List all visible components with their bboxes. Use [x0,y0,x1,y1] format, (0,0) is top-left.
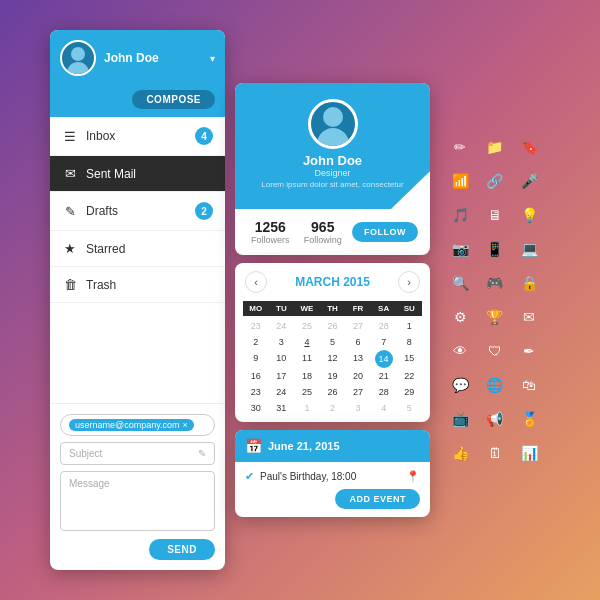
cal-date[interactable]: 20 [345,368,371,384]
game-icon[interactable]: 🎮 [483,271,507,295]
cal-date[interactable]: 1 [294,400,320,416]
message-field[interactable]: Message [60,471,215,531]
monitor-icon[interactable]: 🖥 [483,203,507,227]
cal-date[interactable]: 5 [320,334,346,350]
lock-icon[interactable]: 🔒 [517,271,541,295]
cal-date[interactable]: 2 [320,400,346,416]
follow-button[interactable]: FOLLOW [352,222,418,242]
cal-date[interactable]: 18 [294,368,320,384]
pencil-icon[interactable]: ✏ [448,135,472,159]
cal-date[interactable]: 10 [269,350,295,368]
middle-panel: John Doe Designer Lorem ipsum dolor sit … [235,83,430,517]
following-count: 965 [300,219,347,235]
cal-date[interactable]: 26 [320,384,346,400]
cal-date[interactable]: 2 [243,334,269,350]
cal-date[interactable]: 22 [396,368,422,384]
calendar-day-names: MO TU WE TH FR SA SU [243,301,422,316]
eye-icon[interactable]: 👁 [448,339,472,363]
location-icon: 📍 [406,470,420,483]
add-event-button[interactable]: ADD EVENT [335,489,420,509]
cal-date[interactable]: 29 [396,384,422,400]
avatar [60,40,96,76]
calendar-prev-button[interactable]: ‹ [245,271,267,293]
globe-icon[interactable]: 🌐 [483,373,507,397]
drafts-icon: ✎ [62,204,78,219]
cal-date[interactable]: 28 [371,318,397,334]
calendar-next-button[interactable]: › [398,271,420,293]
cal-date[interactable]: 30 [243,400,269,416]
subject-field[interactable]: Subject ✎ [60,442,215,465]
sidebar-item-trash[interactable]: 🗑 Trash [50,267,225,303]
calendar-card: ‹ MARCH 2015 › MO TU WE TH FR SA SU 23 2… [235,263,430,422]
remove-tag-icon[interactable]: × [183,420,188,430]
music-icon[interactable]: 🎵 [448,203,472,227]
followers-label: Followers [247,235,294,245]
to-field[interactable]: username@company.com × [60,414,215,436]
cal-date[interactable]: 13 [345,350,371,368]
sidebar-item-drafts[interactable]: ✎ Drafts 2 [50,192,225,231]
cal-date[interactable]: 23 [243,384,269,400]
megaphone-icon[interactable]: 📢 [483,407,507,431]
cal-date[interactable]: 17 [269,368,295,384]
cal-date[interactable]: 27 [345,384,371,400]
cal-date[interactable]: 6 [345,334,371,350]
cal-date[interactable]: 21 [371,368,397,384]
gear-icon[interactable]: ⚙ [448,305,472,329]
cal-date[interactable]: 24 [269,318,295,334]
calendar-title: MARCH 2015 [295,275,370,289]
sidebar-item-starred[interactable]: ★ Starred [50,231,225,267]
mail-icon[interactable]: ✉ [517,305,541,329]
profile-title: Designer [245,168,420,178]
cal-date[interactable]: 24 [269,384,295,400]
cal-date[interactable]: 5 [396,400,422,416]
calendar2-icon[interactable]: 🗓 [483,441,507,465]
share-icon[interactable]: 🔗 [483,169,507,193]
phone-icon[interactable]: 📱 [483,237,507,261]
compose-button[interactable]: COMPOSE [132,90,215,109]
cal-date[interactable]: 16 [243,368,269,384]
cal-date[interactable]: 4 [294,334,320,350]
chart-icon[interactable]: 📊 [517,441,541,465]
sidebar-item-sent[interactable]: ✉ Sent Mail [50,156,225,192]
cal-date[interactable]: 3 [345,400,371,416]
cal-date[interactable]: 23 [243,318,269,334]
cal-date[interactable]: 31 [269,400,295,416]
bookmark-icon[interactable]: 🔖 [517,135,541,159]
cal-date[interactable]: 11 [294,350,320,368]
tv-icon[interactable]: 📺 [448,407,472,431]
cal-date[interactable]: 27 [345,318,371,334]
sidebar-item-inbox[interactable]: ☰ Inbox 4 [50,117,225,156]
send-button[interactable]: SEND [149,539,215,560]
bag-icon[interactable]: 🛍 [517,373,541,397]
search-icon[interactable]: 🔍 [448,271,472,295]
bulb-icon[interactable]: 💡 [517,203,541,227]
cal-date[interactable]: 26 [320,318,346,334]
thumbsup-icon[interactable]: 👍 [448,441,472,465]
cal-date[interactable]: 19 [320,368,346,384]
pen-icon[interactable]: ✒ [517,339,541,363]
cal-date[interactable]: 1 [396,318,422,334]
cal-date[interactable]: 25 [294,318,320,334]
chat-icon[interactable]: 💬 [448,373,472,397]
cal-date[interactable]: 25 [294,384,320,400]
icons-panel: ✏ 📁 🔖 📶 🔗 🎤 🎵 🖥 💡 📷 📱 💻 🔍 🎮 🔒 ⚙ 🏆 ✉ 👁 🛡 … [440,127,550,473]
medal-icon[interactable]: 🏅 [517,407,541,431]
cal-date[interactable]: 4 [371,400,397,416]
cal-date-today[interactable]: 14 [375,350,393,368]
wifi-icon[interactable]: 📶 [448,169,472,193]
cal-date[interactable]: 28 [371,384,397,400]
event-body: ✔ Paul's Birthday, 18:00 📍 ADD EVENT [235,462,430,517]
cal-date[interactable]: 12 [320,350,346,368]
laptop-icon[interactable]: 💻 [517,237,541,261]
cal-date[interactable]: 9 [243,350,269,368]
camera-icon[interactable]: 📷 [448,237,472,261]
folder-icon[interactable]: 📁 [483,135,507,159]
trophy-icon[interactable]: 🏆 [483,305,507,329]
cal-date[interactable]: 8 [396,334,422,350]
cal-date[interactable]: 15 [396,350,422,368]
mic-icon[interactable]: 🎤 [517,169,541,193]
chevron-down-icon[interactable]: ▾ [210,53,215,64]
cal-date[interactable]: 3 [269,334,295,350]
shield-icon[interactable]: 🛡 [483,339,507,363]
cal-date[interactable]: 7 [371,334,397,350]
